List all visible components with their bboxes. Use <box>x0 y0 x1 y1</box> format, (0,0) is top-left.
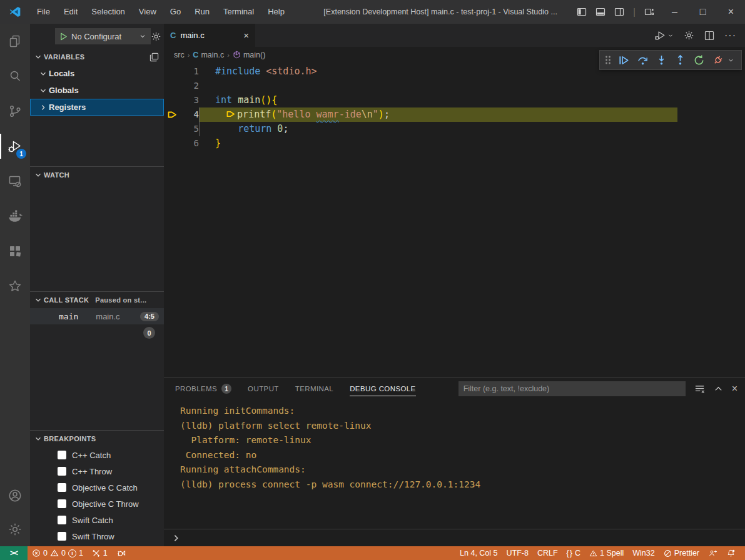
breakpoint-checkbox[interactable] <box>58 532 66 541</box>
code-line[interactable]: 2 <box>164 79 745 93</box>
spell-checker-status[interactable]: 1 Spell <box>585 546 628 560</box>
disconnect-button[interactable] <box>709 51 726 69</box>
debug-status[interactable] <box>112 546 131 560</box>
continue-button[interactable] <box>615 51 632 69</box>
variables-item-globals[interactable]: Globals <box>30 82 164 99</box>
stack-frame-row[interactable]: main main.c 4:5 <box>30 308 164 324</box>
activity-explorer-icon[interactable] <box>0 24 30 59</box>
language-mode[interactable]: { }C <box>562 546 585 560</box>
encoding-indicator[interactable]: UTF-8 <box>502 546 533 560</box>
restart-button[interactable] <box>690 51 707 69</box>
toggle-panel-icon[interactable] <box>595 7 606 17</box>
tab-close-icon[interactable]: × <box>243 30 249 41</box>
breakpoint-row[interactable]: C++ Catch <box>30 447 164 463</box>
variables-item-locals[interactable]: Locals <box>30 65 164 82</box>
menu-file[interactable]: File <box>30 0 57 24</box>
breakpoint-row[interactable]: Swift Throw <box>30 528 164 544</box>
tab-problems[interactable]: PROBLEMS1 <box>175 378 231 399</box>
gutter-glyph[interactable] <box>164 136 180 151</box>
debug-session-dropdown-icon[interactable] <box>727 57 734 64</box>
tab-output[interactable]: OUTPUT <box>248 378 279 399</box>
collapse-all-icon[interactable] <box>150 52 159 62</box>
split-editor-icon[interactable] <box>704 31 714 41</box>
variables-header[interactable]: VARIABLES <box>30 49 164 65</box>
menu-run[interactable]: Run <box>188 0 216 24</box>
breadcrumb-symbol[interactable]: main() <box>233 51 265 59</box>
activity-search-icon[interactable] <box>0 59 30 94</box>
breakpoint-row[interactable]: Objective C Catch <box>30 479 164 496</box>
gutter-glyph[interactable] <box>164 122 180 136</box>
activity-docker-icon[interactable] <box>0 199 30 234</box>
minimize-button[interactable]: – <box>661 0 689 24</box>
tools-status[interactable]: 1 <box>88 546 112 560</box>
activity-extensions-icon[interactable] <box>0 234 30 269</box>
clear-console-icon[interactable] <box>694 384 705 394</box>
formatter-status[interactable]: Prettier <box>659 546 704 560</box>
watch-header[interactable]: WATCH <box>30 167 164 183</box>
code-line[interactable]: 4 printf("hello wamr-ide\n"); <box>164 108 745 122</box>
tab-debug-console[interactable]: DEBUG CONSOLE <box>350 378 416 399</box>
activity-settings-icon[interactable] <box>0 512 30 546</box>
code-line[interactable]: 3int main(){ <box>164 93 745 108</box>
close-panel-icon[interactable]: × <box>732 383 737 394</box>
menu-help[interactable]: Help <box>261 0 291 24</box>
problems-status[interactable]: 0 0 i 1 <box>28 546 88 560</box>
customize-layout-icon[interactable] <box>644 7 654 17</box>
activity-star-icon[interactable] <box>0 269 30 304</box>
debug-configuration-dropdown[interactable]: No Configurat <box>55 28 151 44</box>
notifications-bell-icon[interactable] <box>722 546 740 560</box>
breakpoint-checkbox[interactable] <box>58 451 66 459</box>
breadcrumb-file[interactable]: Cmain.c <box>193 51 224 59</box>
debug-console-input[interactable] <box>164 529 745 546</box>
step-over-button[interactable] <box>634 51 651 69</box>
more-actions-icon[interactable]: ··· <box>724 30 736 41</box>
tab-main-c[interactable]: C main.c × <box>164 24 255 47</box>
breakpoint-checkbox[interactable] <box>58 499 66 508</box>
activity-accounts-icon[interactable] <box>0 479 30 512</box>
breakpoint-checkbox[interactable] <box>58 467 66 476</box>
console-filter-input[interactable] <box>459 381 686 396</box>
toggle-secondary-sidebar-icon[interactable] <box>614 7 624 17</box>
gutter-glyph[interactable] <box>164 93 180 108</box>
settings-gear-icon[interactable] <box>684 30 694 41</box>
menu-edit[interactable]: Edit <box>57 0 84 24</box>
step-into-button[interactable] <box>652 51 670 69</box>
code-line[interactable]: 5 return 0; <box>164 122 745 136</box>
feedback-icon[interactable] <box>704 546 722 560</box>
toggle-sidebar-icon[interactable] <box>577 7 587 17</box>
code-line[interactable]: 6} <box>164 136 745 151</box>
breakpoint-checkbox[interactable] <box>58 516 66 524</box>
close-button[interactable]: × <box>717 0 745 24</box>
drag-grip-icon[interactable] <box>602 51 614 69</box>
step-out-button[interactable] <box>671 51 689 69</box>
current-line-arrow-icon[interactable] <box>164 108 180 122</box>
activity-source-control-icon[interactable] <box>0 94 30 129</box>
code-editor[interactable]: 1#include <stdio.h>23int main(){4 printf… <box>164 62 745 378</box>
platform-indicator[interactable]: Win32 <box>628 546 659 560</box>
call-stack-header[interactable]: CALL STACK Paused on st... <box>30 292 164 308</box>
debug-settings-gear-icon[interactable] <box>151 31 161 42</box>
menu-go[interactable]: Go <box>163 0 188 24</box>
activity-remote-explorer-icon[interactable] <box>0 164 30 199</box>
maximize-button[interactable]: □ <box>689 0 717 24</box>
tab-terminal[interactable]: TERMINAL <box>295 378 333 399</box>
breakpoints-header[interactable]: BREAKPOINTS <box>30 431 164 447</box>
thread-row[interactable]: 0 <box>30 324 164 341</box>
eol-indicator[interactable]: CRLF <box>533 546 562 560</box>
menu-selection[interactable]: Selection <box>84 0 131 24</box>
run-or-debug-button[interactable] <box>654 29 674 41</box>
activity-run-and-debug-icon[interactable]: 1 <box>0 129 30 164</box>
gutter-glyph[interactable] <box>164 64 180 79</box>
breadcrumb-folder[interactable]: src <box>174 51 185 59</box>
gutter-glyph[interactable] <box>164 79 180 93</box>
breakpoint-row[interactable]: C++ Throw <box>30 463 164 479</box>
breakpoint-row[interactable]: Objective C Throw <box>30 496 164 512</box>
maximize-panel-icon[interactable] <box>714 384 723 394</box>
cursor-position[interactable]: Ln 4, Col 5 <box>455 546 502 560</box>
menu-view[interactable]: View <box>132 0 163 24</box>
breakpoint-row[interactable]: Swift Catch <box>30 512 164 528</box>
remote-indicator[interactable]: >< <box>0 546 28 560</box>
inline-breakpoint-icon[interactable] <box>226 110 235 118</box>
menu-terminal[interactable]: Terminal <box>216 0 261 24</box>
breakpoint-checkbox[interactable] <box>58 483 66 492</box>
